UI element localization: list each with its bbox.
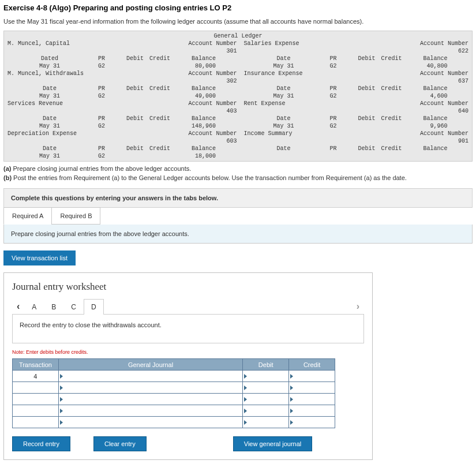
- col-transaction: Transaction: [13, 359, 59, 371]
- view-transaction-list-button[interactable]: View transaction list: [3, 250, 76, 265]
- worksheet-nav: ‹ ABCD ›: [12, 298, 364, 315]
- col-general-journal: General Journal: [58, 359, 242, 371]
- table-row: [13, 417, 335, 428]
- ws-tab-d[interactable]: D: [84, 299, 104, 315]
- col-debit: Debit: [243, 359, 289, 371]
- chevron-right-icon[interactable]: ›: [352, 299, 364, 314]
- answer-instructions: Complete this questions by entering your…: [3, 188, 473, 208]
- part-b: (b) Post the entries from Requirement (a…: [3, 174, 473, 181]
- credit-cell[interactable]: [289, 405, 335, 417]
- transaction-cell[interactable]: [13, 405, 59, 417]
- clear-entry-button[interactable]: Clear entry: [93, 436, 147, 451]
- requirement-tabs: Required A Required B: [3, 207, 473, 225]
- debit-cell[interactable]: [243, 371, 289, 382]
- credit-cell[interactable]: [289, 417, 335, 428]
- table-row: [13, 382, 335, 394]
- ledger-header: General Ledger: [6, 32, 470, 40]
- journal-entry-worksheet: Journal entry worksheet ‹ ABCD › Record …: [3, 272, 373, 460]
- tab-required-b[interactable]: Required B: [51, 207, 100, 225]
- credit-cell[interactable]: [289, 371, 335, 382]
- account-cell[interactable]: [58, 371, 242, 382]
- debits-before-credits-note: Note: Enter debits before credits.: [12, 349, 364, 355]
- transaction-cell[interactable]: [13, 417, 59, 428]
- ws-tab-c[interactable]: C: [63, 299, 84, 315]
- account-cell[interactable]: [58, 394, 242, 405]
- entry-instruction: Record the entry to close the withdrawal…: [12, 315, 364, 343]
- journal-table: Transaction General Journal Debit Credit…: [12, 358, 335, 428]
- transaction-cell[interactable]: 4: [13, 371, 59, 382]
- general-ledger: General Ledger M. Muncel, CapitalAccount…: [3, 31, 473, 162]
- account-cell[interactable]: [58, 417, 242, 428]
- table-row: 4: [13, 371, 335, 382]
- debit-cell[interactable]: [243, 405, 289, 417]
- ws-tab-b[interactable]: B: [44, 299, 63, 315]
- credit-cell[interactable]: [289, 394, 335, 405]
- chevron-left-icon[interactable]: ‹: [12, 299, 24, 314]
- worksheet-title: Journal entry worksheet: [12, 281, 364, 293]
- ws-tab-a[interactable]: A: [24, 299, 44, 315]
- account-cell[interactable]: [58, 382, 242, 394]
- transaction-cell[interactable]: [13, 394, 59, 405]
- transaction-cell[interactable]: [13, 382, 59, 394]
- account-cell[interactable]: [58, 405, 242, 417]
- debit-cell[interactable]: [243, 394, 289, 405]
- part-a: (a) Prepare closing journal entries from…: [3, 165, 473, 172]
- exercise-title: Exercise 4-8 (Algo) Preparing and postin…: [3, 3, 473, 12]
- col-credit: Credit: [289, 359, 335, 371]
- credit-cell[interactable]: [289, 382, 335, 394]
- exercise-instructions: Use the May 31 fiscal year-end informati…: [3, 18, 473, 25]
- view-general-journal-button[interactable]: View general journal: [233, 436, 312, 451]
- record-entry-button[interactable]: Record entry: [12, 436, 70, 451]
- debit-cell[interactable]: [243, 382, 289, 394]
- table-row: [13, 394, 335, 405]
- tab-pane-a: Prepare closing journal entries from the…: [3, 225, 473, 244]
- tab-required-a[interactable]: Required A: [3, 207, 52, 225]
- debit-cell[interactable]: [243, 417, 289, 428]
- table-row: [13, 405, 335, 417]
